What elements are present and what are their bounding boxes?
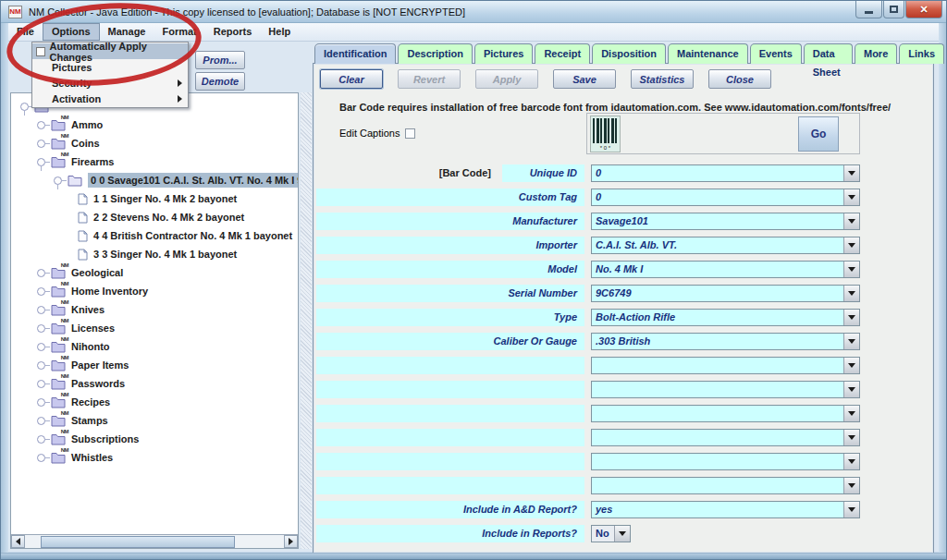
empty-combobox[interactable] [591,357,860,374]
unique-id-combobox[interactable]: 0 [591,164,860,182]
promote-button[interactable]: Prom... [195,51,245,69]
scroll-right-button[interactable] [284,535,298,548]
save-button[interactable]: Save [553,69,616,89]
tree-item-bayonet-4[interactable]: 3 3 Singer No. 4 Mk 1 bayonet [11,245,298,263]
tree-item-paper-items[interactable]: NM Paper Items [11,356,298,374]
empty-combobox[interactable] [591,453,860,470]
tree-expand-handle-icon[interactable] [37,435,45,444]
serial-number-combobox[interactable]: 9C6749 [591,285,860,302]
empty-combobox[interactable] [591,477,860,494]
tree-collapse-handle-icon[interactable] [37,158,45,166]
close-button[interactable]: Close [708,69,771,89]
menu-help[interactable]: Help [260,23,299,41]
dropdown-button[interactable] [843,189,859,205]
statistics-button[interactable]: Statistics [631,69,694,89]
dropdown-button[interactable] [614,526,630,542]
tree-item-savage101-selected[interactable]: 0 0 Savage101 C.A.I. St. Alb. VT. No. 4 … [11,171,298,189]
tab-more[interactable]: More [855,43,897,64]
manufacturer-combobox[interactable]: Savage101 [591,213,860,230]
tree-expand-handle-icon[interactable] [37,287,45,296]
scrollbar-thumb[interactable] [41,536,235,548]
tree-expand-handle-icon[interactable] [37,343,45,351]
tree-item-ammo[interactable]: NM Ammo [11,116,298,134]
ad-report-combobox[interactable]: yes [591,501,860,518]
tree-item-licenses[interactable]: NM Licenses [11,319,298,337]
tree-item-subscriptions[interactable]: NM Subscriptions [11,430,298,448]
tree-item-passwords[interactable]: NM Passwords [11,374,298,393]
tree-item-geological[interactable]: NM Geological [11,263,298,282]
dropdown-button[interactable] [843,454,859,469]
tree-item-home-inventory[interactable]: NM Home Inventory [11,282,298,300]
clear-button[interactable]: Clear [320,69,383,89]
tab-pictures[interactable]: Pictures [474,43,533,64]
tree-item-stamps[interactable]: NM Stamps [11,411,298,430]
edit-captions-checkbox[interactable] [405,128,415,139]
empty-combobox[interactable] [591,405,860,422]
menu-options[interactable]: Options [43,23,100,41]
importer-combobox[interactable]: C.A.I. St. Alb. VT. [591,237,860,254]
dropdown-button[interactable] [843,213,859,229]
caliber-combobox[interactable]: .303 British [591,333,860,350]
empty-combobox[interactable] [591,381,860,398]
tree-expand-handle-icon[interactable] [37,380,45,388]
tab-disposition[interactable]: Disposition [592,43,666,64]
model-combobox[interactable]: No. 4 Mk I [591,261,860,278]
menu-manage[interactable]: Manage [100,23,154,41]
go-button[interactable]: Go [798,116,839,152]
dropdown-button[interactable] [843,430,859,445]
dropdown-button[interactable] [843,237,859,253]
include-reports-combobox[interactable]: No [591,525,631,542]
tree-expand-handle-icon[interactable] [37,398,45,407]
menu-item-activation[interactable]: Activation [32,91,188,106]
tree-item-nihonto[interactable]: NM Nihonto [11,337,298,356]
close-window-button[interactable]: ✕ [905,1,942,18]
tab-events[interactable]: Events [750,43,802,64]
custom-tag-combobox[interactable]: 0 [591,189,860,206]
menu-file[interactable]: File [8,23,43,41]
dropdown-button[interactable] [843,310,859,325]
tree-expand-handle-icon[interactable] [37,140,45,148]
menu-item-security[interactable]: Security [32,75,188,91]
menu-reports[interactable]: Reports [205,23,261,41]
tab-maintenance[interactable]: Maintenance [668,43,748,64]
tree-expand-handle-icon[interactable] [37,269,45,277]
dropdown-button[interactable] [843,262,859,277]
tree-expand-handle-icon[interactable] [37,324,45,333]
dropdown-button[interactable] [843,334,859,349]
tab-description[interactable]: Description [398,43,473,64]
tree-item-coins[interactable]: NM Coins [11,134,298,152]
tree-expand-handle-icon[interactable] [37,306,45,314]
dropdown-button[interactable] [843,382,859,397]
dropdown-button[interactable] [843,165,859,181]
tree-horizontal-scrollbar[interactable] [11,534,298,548]
empty-combobox[interactable] [591,429,860,446]
tree-collapse-handle-icon[interactable] [54,177,62,185]
tab-receipt[interactable]: Receipt [535,43,590,64]
demote-button[interactable]: Demote [195,72,245,91]
dropdown-button[interactable] [843,406,859,421]
tab-data-sheet[interactable]: Data Sheet [804,43,853,64]
type-combobox[interactable]: Bolt-Action Rifle [591,309,860,326]
tree-item-whistles[interactable]: NM Whistles [11,448,298,467]
tab-links[interactable]: Links [899,43,944,64]
scrollbar-track[interactable] [25,535,284,548]
scroll-left-button[interactable] [11,535,25,548]
tree-item-bayonet-1[interactable]: 1 1 Singer No. 4 Mk 2 bayonet [11,189,298,208]
tree-expand-handle-icon[interactable] [37,454,45,462]
tree-collapse-handle-icon[interactable] [20,103,29,111]
minimize-button[interactable] [855,1,882,18]
tree-expand-handle-icon[interactable] [37,121,45,129]
panel-splitter[interactable] [301,92,312,549]
dropdown-button[interactable] [843,502,859,517]
tree-item-bayonet-2[interactable]: 2 2 Stevens No. 4 Mk 2 bayonet [11,208,298,226]
tree-item-knives[interactable]: NM Knives [11,300,298,319]
tree-item-firearms[interactable]: NM Firearms [11,152,298,171]
menu-format[interactable]: Format [154,23,204,41]
menu-item-pictures[interactable]: Pictures [32,59,188,75]
tree-expand-handle-icon[interactable] [37,417,45,425]
tab-identification[interactable]: Identification [314,43,396,64]
dropdown-button[interactable] [843,358,859,373]
maximize-button[interactable] [883,1,904,18]
dropdown-button[interactable] [843,478,859,493]
tree-expand-handle-icon[interactable] [37,361,45,370]
